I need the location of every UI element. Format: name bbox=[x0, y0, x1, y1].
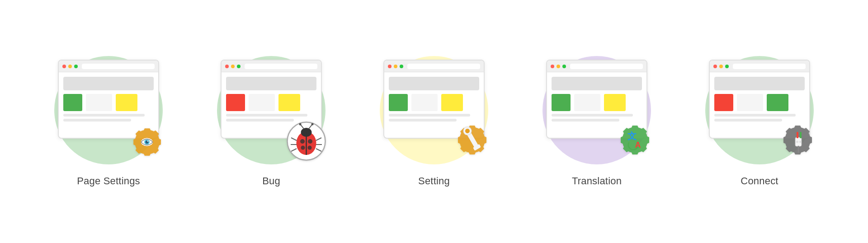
icon-visual-setting bbox=[375, 51, 493, 169]
block-yellow bbox=[116, 94, 137, 111]
svg-point-10 bbox=[301, 146, 305, 150]
plug-gear-overlay bbox=[770, 118, 817, 165]
icon-item-setting: Setting bbox=[366, 51, 502, 187]
icon-visual-translation: 文 A bbox=[538, 51, 656, 169]
line1-connect bbox=[714, 114, 796, 117]
translation-label: Translation bbox=[572, 175, 622, 187]
eye-gear-svg bbox=[121, 121, 166, 164]
dot-green-bug bbox=[237, 65, 241, 68]
icon-grid: Page Settings bbox=[23, 42, 845, 201]
browser-header-setting bbox=[389, 77, 479, 90]
svg-point-11 bbox=[308, 146, 312, 150]
browser-url-translation bbox=[570, 64, 643, 69]
block-gray-translation bbox=[574, 94, 600, 111]
svg-text:文: 文 bbox=[627, 131, 637, 141]
page-settings-label: Page Settings bbox=[77, 175, 140, 187]
dot-yellow-bug bbox=[231, 65, 235, 68]
block-gray-bug bbox=[249, 94, 275, 111]
dot-red-setting bbox=[388, 65, 392, 68]
block-green2-connect bbox=[767, 94, 788, 111]
dot-yellow bbox=[68, 65, 72, 68]
browser-url-bug bbox=[245, 64, 317, 69]
dot-green-translation bbox=[562, 65, 566, 68]
browser-bar bbox=[59, 61, 158, 72]
browser-url bbox=[82, 64, 155, 69]
svg-point-34 bbox=[799, 141, 802, 143]
dot-red-bug bbox=[225, 65, 229, 68]
icon-item-page-settings: Page Settings bbox=[41, 51, 176, 187]
block-green-setting bbox=[389, 94, 408, 111]
svg-point-8 bbox=[300, 139, 305, 144]
icon-visual-connect bbox=[701, 51, 818, 169]
block-yellow-translation bbox=[604, 94, 626, 111]
svg-point-9 bbox=[308, 139, 312, 144]
dot-yellow-setting bbox=[394, 65, 397, 68]
block-red-bug bbox=[226, 94, 245, 111]
icon-visual-bug bbox=[212, 51, 330, 169]
browser-content bbox=[59, 72, 158, 126]
svg-point-15 bbox=[311, 123, 314, 126]
wrench-gear-overlay bbox=[444, 118, 492, 165]
dot-yellow-translation bbox=[557, 65, 560, 68]
block-green-translation bbox=[552, 94, 571, 111]
browser-url-connect bbox=[733, 64, 806, 69]
browser-row bbox=[63, 94, 154, 111]
dot-green bbox=[74, 65, 78, 68]
browser-bar-translation bbox=[547, 61, 646, 72]
line1-setting bbox=[389, 114, 470, 117]
svg-rect-30 bbox=[797, 132, 798, 138]
browser-row-translation bbox=[552, 94, 642, 111]
translation-gear-svg: 文 A bbox=[607, 118, 655, 164]
browser-header bbox=[63, 77, 154, 90]
setting-label: Setting bbox=[418, 175, 450, 187]
dot-red-connect bbox=[713, 65, 717, 68]
browser-bar-setting bbox=[384, 61, 484, 72]
dot-green-setting bbox=[400, 65, 403, 68]
block-yellow-setting bbox=[441, 94, 463, 111]
connect-label: Connect bbox=[741, 175, 778, 187]
bug-label: Bug bbox=[262, 175, 280, 187]
icon-item-translation: 文 A Translation bbox=[529, 51, 665, 187]
block-gray bbox=[86, 94, 112, 111]
icon-item-connect: Connect bbox=[692, 51, 827, 187]
icon-visual-page-settings bbox=[50, 51, 167, 169]
translation-gear-overlay: 文 A bbox=[607, 118, 655, 165]
bug-overlay bbox=[285, 120, 328, 164]
line1-bug bbox=[226, 114, 307, 117]
browser-header-bug bbox=[226, 77, 316, 90]
svg-point-14 bbox=[299, 123, 302, 126]
browser-header-translation bbox=[552, 77, 642, 90]
eye-gear-overlay bbox=[121, 121, 166, 165]
line1 bbox=[63, 114, 145, 117]
dot-red bbox=[62, 65, 66, 68]
block-gray-setting bbox=[411, 94, 438, 111]
block-green bbox=[63, 94, 82, 111]
bug-svg bbox=[285, 120, 328, 163]
line2-bug bbox=[226, 119, 294, 122]
browser-bar-bug bbox=[222, 61, 321, 72]
block-red-connect bbox=[714, 94, 733, 111]
browser-url-setting bbox=[407, 64, 480, 69]
svg-point-3 bbox=[147, 140, 148, 141]
browser-row-connect bbox=[714, 94, 805, 111]
block-yellow-bug bbox=[278, 94, 300, 111]
svg-rect-31 bbox=[800, 132, 802, 138]
block-gray-connect bbox=[737, 94, 763, 111]
dot-red-translation bbox=[551, 65, 554, 68]
browser-row-bug bbox=[226, 94, 316, 111]
plug-gear-svg bbox=[770, 118, 817, 164]
browser-content-bug bbox=[222, 72, 321, 126]
browser-header-connect bbox=[714, 77, 805, 90]
svg-point-33 bbox=[796, 141, 798, 143]
line1-translation bbox=[552, 114, 633, 117]
browser-bar-connect bbox=[710, 61, 809, 72]
browser-row-setting bbox=[389, 94, 479, 111]
icon-item-bug: Bug bbox=[203, 51, 339, 187]
dot-yellow-connect bbox=[719, 65, 723, 68]
dot-green-connect bbox=[725, 65, 729, 68]
wrench-gear-svg bbox=[444, 118, 492, 164]
